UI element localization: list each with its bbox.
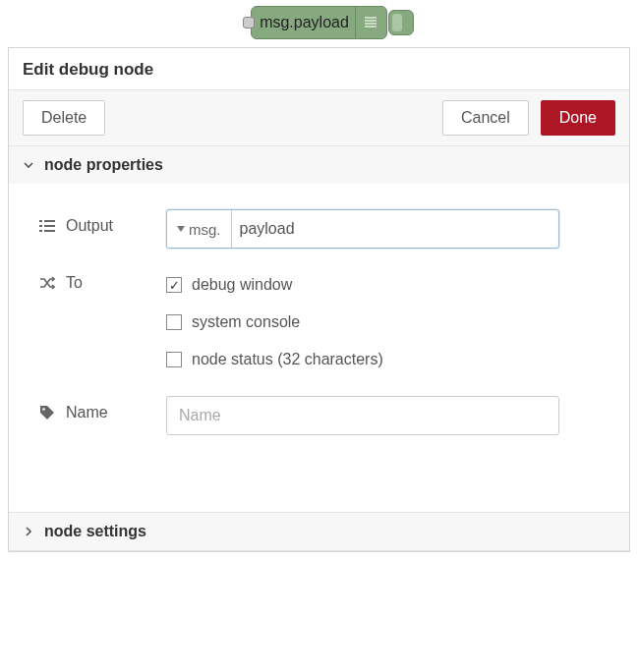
shuffle-icon [38, 276, 56, 290]
checkbox-icon[interactable] [166, 352, 182, 367]
check-node-status[interactable]: node status (32 characters) [166, 351, 383, 368]
row-output: Output msg. [38, 209, 600, 249]
section-body-properties: Output msg. To [9, 184, 629, 512]
row-name: Name [38, 396, 600, 435]
caret-down-icon [177, 226, 185, 232]
section-title: node settings [44, 523, 146, 540]
svg-rect-5 [44, 220, 55, 222]
chevron-down-icon [23, 159, 34, 171]
svg-rect-7 [44, 225, 55, 227]
panel-title: Edit debug node [9, 48, 629, 90]
section-header-settings[interactable]: node settings [9, 513, 629, 550]
node-enable-toggle[interactable] [388, 10, 414, 35]
done-button[interactable]: Done [541, 100, 615, 136]
svg-point-10 [42, 408, 45, 411]
output-typed-input[interactable]: msg. [166, 209, 559, 249]
tag-icon [38, 405, 56, 420]
delete-button[interactable]: Delete [23, 100, 105, 136]
checkbox-icon[interactable] [166, 314, 182, 330]
to-options: debug window system console node status … [166, 266, 383, 368]
cancel-button[interactable]: Cancel [442, 100, 529, 136]
canvas-node-preview: msg.payload [0, 0, 638, 39]
svg-rect-4 [39, 220, 42, 222]
label-name: Name [38, 396, 166, 421]
action-row: Delete Cancel Done [9, 90, 629, 146]
node-input-port[interactable] [243, 17, 255, 28]
section-title: node properties [44, 156, 163, 174]
svg-rect-6 [39, 225, 42, 227]
list-icon [38, 219, 56, 233]
checkbox-icon[interactable] [166, 277, 182, 293]
section-header-properties[interactable]: node properties [9, 146, 629, 184]
label-output: Output [38, 209, 166, 235]
name-input[interactable] [166, 396, 559, 435]
section-node-properties: node properties Output msg. [9, 146, 629, 513]
section-node-settings: node settings [9, 513, 629, 551]
svg-rect-9 [44, 230, 55, 232]
check-system-console[interactable]: system console [166, 313, 383, 331]
svg-rect-8 [39, 230, 42, 232]
output-path-input[interactable] [232, 210, 558, 248]
check-debug-window[interactable]: debug window [166, 276, 383, 294]
output-type-selector[interactable]: msg. [167, 210, 232, 248]
chevron-right-icon [23, 526, 34, 537]
debug-node[interactable]: msg.payload [251, 6, 387, 39]
row-to: To debug window system console node stat… [38, 266, 600, 368]
label-to: To [38, 266, 166, 292]
node-label: msg.payload [260, 14, 355, 31]
edit-panel: Edit debug node Delete Cancel Done node … [8, 47, 630, 552]
debug-icon [355, 7, 386, 38]
